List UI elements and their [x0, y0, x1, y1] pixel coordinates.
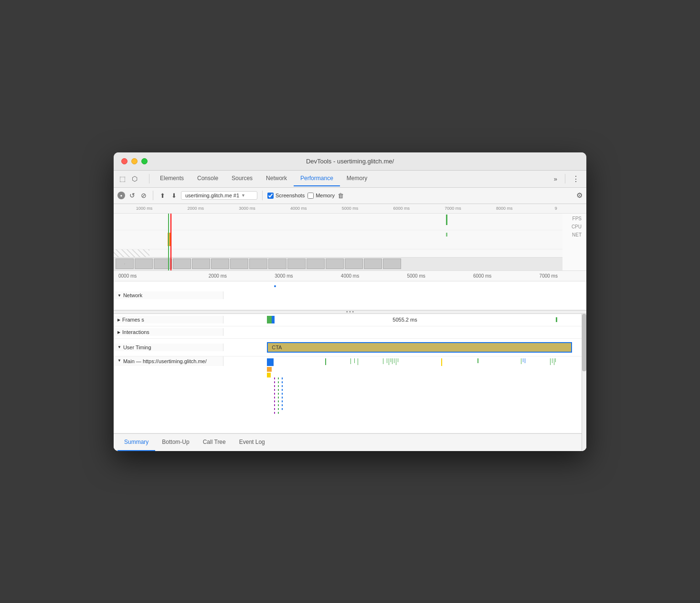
flame-green-14: [521, 358, 521, 364]
screenshot-thumb-15: [383, 258, 401, 269]
resize-handle[interactable]: • • •: [114, 310, 586, 314]
flame-yellow-1: [267, 373, 271, 377]
ruler-tick-7: 8000 ms: [478, 206, 530, 211]
main-collapse-icon[interactable]: ▼: [117, 358, 121, 363]
tab-summary[interactable]: Summary: [117, 434, 155, 451]
interactions-label-area[interactable]: ▶ Interactions: [114, 328, 223, 336]
memory-checkbox[interactable]: [308, 193, 314, 199]
cta-bar[interactable]: CTA: [267, 342, 572, 353]
main-label-area[interactable]: ▼ Main — https://usertiming.glitch.me/: [114, 356, 223, 366]
frames-label-area[interactable]: ▶ Frames s: [114, 316, 223, 323]
frames-content: 5055.2 ms: [223, 314, 586, 326]
frame-small-bar: [556, 317, 557, 322]
user-timing-content: CTA: [223, 339, 586, 356]
net-label: NET: [572, 232, 582, 237]
ruler-tick-6: 7000 ms: [427, 206, 479, 211]
network-label: Network: [123, 292, 142, 298]
screenshot-thumb: ▪: [116, 258, 134, 269]
tab-network[interactable]: Network: [259, 171, 294, 186]
memory-checkbox-group: Memory: [308, 193, 335, 199]
cpu-label: CPU: [572, 224, 582, 229]
element-picker-icon[interactable]: ⬚: [117, 174, 127, 183]
upload-button[interactable]: ⬆: [158, 191, 167, 200]
main-content: [223, 356, 586, 433]
fps-label: FPS: [572, 216, 582, 221]
detail-ruler: 0000 ms 2000 ms 3000 ms 4000 ms 5000 ms …: [114, 271, 586, 281]
tab-sources[interactable]: Sources: [225, 171, 259, 186]
detail-tick-0: 0000 ms: [118, 273, 185, 279]
memory-label: Memory: [316, 193, 335, 198]
screenshot-thumb-2: [135, 258, 153, 269]
user-timing-label: User Timing: [123, 345, 151, 350]
network-request-dot: [274, 285, 276, 287]
traffic-lights: [121, 158, 148, 164]
green-timeline-line: [168, 214, 169, 270]
fps-area: [114, 214, 562, 230]
screenshots-checkbox[interactable]: [267, 193, 274, 199]
maximize-button[interactable]: [141, 158, 148, 164]
tab-performance[interactable]: Performance: [294, 171, 340, 186]
screenshot-thumb-7: [230, 258, 248, 269]
tab-elements[interactable]: Elements: [153, 171, 191, 186]
user-timing-label-area[interactable]: ▼ User Timing: [114, 344, 223, 351]
cpu-area: [114, 230, 562, 249]
ruler-tick-5: 6000 ms: [376, 206, 427, 211]
close-button[interactable]: [121, 158, 127, 164]
detail-tick-4: 5000 ms: [383, 273, 449, 279]
scrollbar[interactable]: [582, 314, 586, 451]
screenshots-strip: ▪: [114, 257, 562, 270]
interactions-content: [223, 326, 586, 338]
ruler-tick-2: 3000 ms: [222, 206, 273, 211]
scrollbar-thumb[interactable]: [582, 314, 586, 371]
top-ruler: 1000 ms 2000 ms 3000 ms 4000 ms 5000 ms …: [114, 204, 586, 214]
network-collapse-icon[interactable]: ▼: [117, 293, 121, 298]
nav-separator-1: [149, 174, 149, 183]
nav-tabs: Elements Console Sources Network Perform…: [153, 171, 550, 186]
tab-memory[interactable]: Memory: [340, 171, 374, 186]
flame-blue-3: [525, 358, 525, 363]
clear-button[interactable]: ⊘: [139, 191, 148, 200]
screenshot-thumb-3: [154, 258, 172, 269]
nav-menu-icon[interactable]: ⋮: [569, 174, 583, 183]
ruler-tick-3: 4000 ms: [273, 206, 324, 211]
screenshots-label: Screenshots: [276, 193, 305, 198]
screenshot-thumb-4: [173, 258, 191, 269]
flame-green-9: [392, 358, 392, 364]
flame-green-8: [391, 358, 391, 362]
tab-event-log[interactable]: Event Log: [233, 434, 272, 451]
minimize-button[interactable]: [131, 158, 138, 164]
user-timing-row: ▼ User Timing CTA: [114, 339, 586, 356]
tab-console[interactable]: Console: [191, 171, 225, 186]
network-label-area[interactable]: ▼ Network: [114, 291, 223, 299]
overview-labels: FPS CPU NET: [572, 216, 582, 237]
interactions-expand-icon[interactable]: ▶: [117, 330, 120, 334]
flame-yellow-2: [441, 358, 442, 366]
frames-expand-icon[interactable]: ▶: [117, 318, 120, 322]
detail-tick-2: 3000 ms: [251, 273, 317, 279]
frames-duration: 5055.2 ms: [392, 317, 417, 323]
screenshot-thumb-14: [364, 258, 382, 269]
trash-button[interactable]: 🗑: [338, 192, 344, 199]
lower-panel-wrapper: ▶ Frames s 5055.2 ms ▶ Interactions: [114, 314, 586, 451]
tab-bottom-up[interactable]: Bottom-Up: [155, 434, 196, 451]
gear-button[interactable]: ⚙: [576, 191, 583, 200]
flame-green-11: [396, 358, 396, 365]
screenshot-thumb-11: [307, 258, 325, 269]
record-button[interactable]: ●: [117, 192, 125, 199]
network-section: ▼ Network: [114, 281, 586, 310]
user-timing-collapse-icon[interactable]: ▼: [117, 345, 121, 349]
device-toggle-icon[interactable]: ⬡: [130, 174, 139, 183]
profile-select[interactable]: usertiming.glitch.me #1 ▼: [181, 191, 257, 200]
detail-tick-1: 2000 ms: [185, 273, 251, 279]
frames-label: Frames s: [122, 317, 144, 323]
flame-blue-1: [267, 358, 274, 366]
flame-orange-1: [267, 367, 272, 372]
screenshot-thumb-10: [287, 258, 306, 269]
nav-more-icon[interactable]: »: [550, 175, 561, 183]
download-button[interactable]: ⬇: [170, 191, 178, 200]
nav-separator-2: [565, 174, 565, 183]
tab-call-tree[interactable]: Call Tree: [196, 434, 233, 451]
reload-button[interactable]: ↺: [128, 191, 137, 200]
flame-green-5: [383, 358, 383, 364]
screenshot-thumb-13: [345, 258, 363, 269]
